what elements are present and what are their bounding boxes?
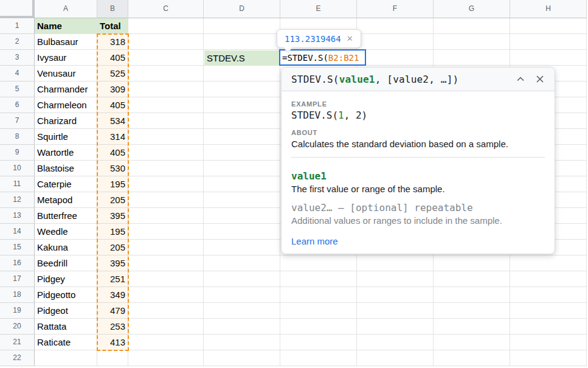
cell-A5[interactable]: Charmander <box>35 82 97 97</box>
cell-A4[interactable]: Venusaur <box>35 66 97 82</box>
row-header-4[interactable]: 4 <box>0 66 35 82</box>
cell-D10[interactable] <box>204 161 280 176</box>
cell-A15[interactable]: Kakuna <box>35 240 97 255</box>
cell-G20[interactable] <box>434 319 510 335</box>
column-header-B[interactable]: B <box>97 0 128 18</box>
cell-B17[interactable]: 251 <box>97 271 128 287</box>
cell-D21[interactable] <box>204 335 280 350</box>
cell-H22[interactable] <box>510 350 587 366</box>
cell-D6[interactable] <box>204 97 280 113</box>
cell-D8[interactable] <box>204 129 280 145</box>
cell-B12[interactable]: 205 <box>97 192 128 208</box>
cell-B22[interactable] <box>97 350 128 366</box>
cell-A1[interactable]: Name <box>35 18 97 34</box>
cell-F20[interactable] <box>357 319 434 335</box>
cell-B6[interactable]: 405 <box>97 97 128 113</box>
cell-F21[interactable] <box>357 335 434 350</box>
cell-G19[interactable] <box>434 303 510 319</box>
cell-A17[interactable]: Pidgey <box>35 271 97 287</box>
cell-C6[interactable] <box>128 97 204 113</box>
cell-B21[interactable]: 413 <box>97 335 128 350</box>
formula-edit-cell[interactable]: =STDEV.S(B2:B21 <box>279 49 366 66</box>
cell-E22[interactable] <box>280 350 357 366</box>
chevron-up-icon[interactable] <box>516 74 525 84</box>
cell-E21[interactable] <box>280 335 357 350</box>
row-header-18[interactable]: 18 <box>0 287 35 303</box>
cell-C15[interactable] <box>128 240 204 255</box>
cell-A14[interactable]: Weedle <box>35 224 97 240</box>
cell-G1[interactable] <box>434 18 510 34</box>
cell-B16[interactable]: 395 <box>97 255 128 271</box>
cell-C7[interactable] <box>128 113 204 129</box>
cell-H18[interactable] <box>510 287 587 303</box>
row-header-1[interactable]: 1 <box>0 18 35 34</box>
row-header-5[interactable]: 5 <box>0 82 35 97</box>
cell-B3[interactable]: 405 <box>97 50 128 66</box>
cell-A8[interactable]: Squirtle <box>35 129 97 145</box>
cell-C18[interactable] <box>128 287 204 303</box>
cell-B18[interactable]: 349 <box>97 287 128 303</box>
cell-A10[interactable]: Blastoise <box>35 161 97 176</box>
cell-A2[interactable]: Bulbasaur <box>35 34 97 50</box>
cell-A9[interactable]: Wartortle <box>35 145 97 161</box>
cell-A16[interactable]: Beedrill <box>35 255 97 271</box>
cell-C5[interactable] <box>128 82 204 97</box>
cell-E16[interactable] <box>280 255 357 271</box>
row-header-9[interactable]: 9 <box>0 145 35 161</box>
cell-D15[interactable] <box>204 240 280 255</box>
cell-B7[interactable]: 534 <box>97 113 128 129</box>
cell-H17[interactable] <box>510 271 587 287</box>
cell-B11[interactable]: 195 <box>97 176 128 192</box>
cell-A11[interactable]: Caterpie <box>35 176 97 192</box>
cell-C17[interactable] <box>128 271 204 287</box>
cell-D16[interactable] <box>204 255 280 271</box>
row-header-15[interactable]: 15 <box>0 240 35 255</box>
cell-A3[interactable]: Ivysaur <box>35 50 97 66</box>
row-header-6[interactable]: 6 <box>0 97 35 113</box>
cell-C13[interactable] <box>128 208 204 224</box>
row-header-3[interactable]: 3 <box>0 50 35 66</box>
cell-F19[interactable] <box>357 303 434 319</box>
column-header-H[interactable]: H <box>510 0 587 18</box>
cell-H1[interactable] <box>510 18 587 34</box>
cell-C11[interactable] <box>128 176 204 192</box>
cell-A18[interactable]: Pidgeotto <box>35 287 97 303</box>
cell-A12[interactable]: Metapod <box>35 192 97 208</box>
cell-F16[interactable] <box>357 255 434 271</box>
cell-H16[interactable] <box>510 255 587 271</box>
cell-D3-label[interactable]: STDEV.S <box>204 50 280 66</box>
cell-C16[interactable] <box>128 255 204 271</box>
cell-H3[interactable] <box>510 50 587 66</box>
column-header-G[interactable]: G <box>434 0 510 18</box>
cell-B14[interactable]: 195 <box>97 224 128 240</box>
close-icon[interactable] <box>535 74 545 84</box>
cell-G22[interactable] <box>434 350 510 366</box>
cell-G17[interactable] <box>434 271 510 287</box>
cell-C2[interactable] <box>128 34 204 50</box>
cell-D14[interactable] <box>204 224 280 240</box>
cell-F2[interactable] <box>357 34 434 50</box>
column-header-A[interactable]: A <box>35 0 97 18</box>
row-header-17[interactable]: 17 <box>0 271 35 287</box>
cell-A21[interactable]: Raticate <box>35 335 97 350</box>
cell-H20[interactable] <box>510 319 587 335</box>
cell-E17[interactable] <box>280 271 357 287</box>
cell-C1[interactable] <box>128 18 204 34</box>
cell-A13[interactable]: Butterfree <box>35 208 97 224</box>
row-header-22[interactable]: 22 <box>0 350 35 366</box>
cell-D12[interactable] <box>204 192 280 208</box>
row-header-19[interactable]: 19 <box>0 303 35 319</box>
cell-C19[interactable] <box>128 303 204 319</box>
cell-D7[interactable] <box>204 113 280 129</box>
cell-D19[interactable] <box>204 303 280 319</box>
cell-B5[interactable]: 309 <box>97 82 128 97</box>
cell-D1[interactable] <box>204 18 280 34</box>
cell-B2[interactable]: 318 <box>97 34 128 50</box>
cell-B15[interactable]: 205 <box>97 240 128 255</box>
cell-D17[interactable] <box>204 271 280 287</box>
column-header-C[interactable]: C <box>128 0 204 18</box>
cell-B13[interactable]: 395 <box>97 208 128 224</box>
cell-A19[interactable]: Pidgeot <box>35 303 97 319</box>
cell-D11[interactable] <box>204 176 280 192</box>
cell-G3[interactable] <box>434 50 510 66</box>
